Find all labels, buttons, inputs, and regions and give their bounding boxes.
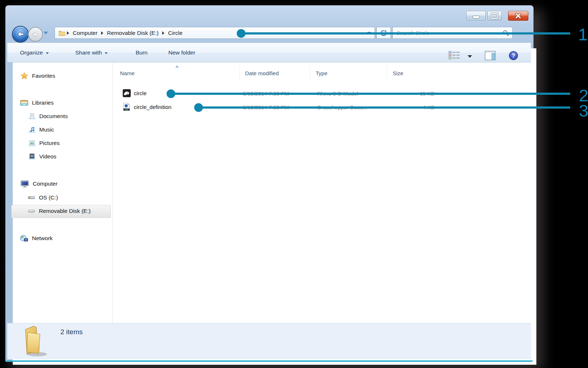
help-button[interactable]: ? [508,50,519,62]
forward-button[interactable] [28,27,43,42]
file-name[interactable]: circle_definition [134,104,171,110]
folder-icon [59,30,65,36]
burn-button[interactable]: Burn [136,43,148,62]
sidebar-item-documents[interactable]: Documents [28,110,68,122]
organize-button[interactable]: Organize [20,43,49,62]
sidebar-label: Pictures [39,140,60,146]
new-folder-button[interactable]: New folder [168,43,195,62]
document-icon [28,113,36,120]
sidebar-label: Libraries [32,100,53,106]
sidebar-label: OS (C:) [39,194,58,201]
status-item-count: 2 items [60,328,83,336]
sidebar-label: Network [32,235,53,242]
change-view-button[interactable] [448,51,460,62]
header-label: Size [393,70,403,76]
callout-line-3 [199,106,570,109]
column-header-date-modified[interactable]: Date modified [239,65,310,81]
column-header-name[interactable]: Name [115,65,239,81]
preview-pane-button[interactable] [485,51,496,62]
sidebar-item-libraries[interactable]: Libraries [20,97,53,109]
sidebar-label: Computer [33,181,57,187]
maximize-icon [491,13,498,19]
column-header-type[interactable]: Type [310,65,387,81]
header-label: Date modified [245,70,279,76]
breadcrumb-separator-icon [162,31,164,35]
breadcrumb-item-removable-disk[interactable]: Removable Disk (E:) [105,30,161,36]
file-name[interactable]: circle [134,90,147,96]
back-arrow-icon [16,31,25,38]
sidebar-item-network[interactable]: Network [20,232,53,244]
sidebar-divider [112,62,113,323]
breadcrumb-item-circle[interactable]: Circle [166,30,185,36]
sidebar-label: Documents [39,113,68,120]
removable-drive-icon [28,209,35,214]
sidebar-label: Music [39,126,54,133]
share-with-button[interactable]: Share with [75,43,108,62]
details-pane [7,323,531,359]
chevron-down-icon [46,52,49,54]
star-icon [20,72,28,80]
breadcrumb-item-computer[interactable]: Computer [71,30,100,36]
close-icon [515,13,521,19]
callout-line-1 [241,32,570,35]
close-button[interactable] [508,11,528,21]
minimize-icon [473,16,480,19]
sidebar-label: Favorites [32,73,55,79]
header-label: Type [316,70,328,76]
pictures-icon [28,140,36,146]
breadcrumb-separator-icon [101,31,103,35]
os-drive-icon [28,195,35,201]
share-with-label: Share with [75,49,102,56]
column-header-size[interactable]: Size [387,65,445,81]
videos-icon [28,153,36,160]
chevron-down-icon [105,52,108,54]
callout-number-1: 1 [578,26,588,43]
network-icon [20,235,28,242]
new-folder-label: New folder [168,49,195,56]
music-icon [28,126,36,133]
sidebar-item-pictures[interactable]: Pictures [28,137,60,149]
organize-label: Organize [20,49,43,56]
computer-icon [20,180,29,188]
sidebar-label: Removable Disk (E:) [39,208,91,214]
breadcrumb-separator-icon [67,31,69,35]
libraries-icon [20,100,28,106]
recent-pages-chevron[interactable] [44,32,48,35]
preview-pane-icon [485,51,496,60]
rhino-file-icon [123,89,131,97]
svg-text:GH: GH [125,109,128,111]
svg-text:?: ? [512,53,515,59]
sidebar-label: Videos [39,153,56,160]
folder-large-icon [21,324,49,357]
minimize-button[interactable] [466,11,486,21]
chevron-down-icon [468,55,472,58]
callout-number-3: 3 [579,102,588,119]
callout-line-2 [171,93,570,95]
grasshopper-file-icon: GH [123,102,130,111]
sidebar-item-videos[interactable]: Videos [28,150,56,163]
sidebar-item-favorites[interactable]: Favorites [20,70,55,82]
chevron-down-icon [44,32,48,35]
help-icon: ? [508,50,519,61]
list-view-icon [448,51,460,60]
sidebar-item-computer[interactable]: Computer [20,178,57,190]
sidebar-item-removable-disk[interactable]: Removable Disk (E:) [28,205,91,217]
back-button[interactable] [12,26,29,43]
burn-label: Burn [136,49,148,56]
view-slider-chevron[interactable] [468,55,472,58]
sidebar-item-music[interactable]: Music [28,124,54,136]
forward-arrow-icon [32,31,39,38]
maximize-button[interactable] [487,11,502,21]
sidebar-item-os-c[interactable]: OS (C:) [28,191,58,204]
header-label: Name [120,70,135,76]
